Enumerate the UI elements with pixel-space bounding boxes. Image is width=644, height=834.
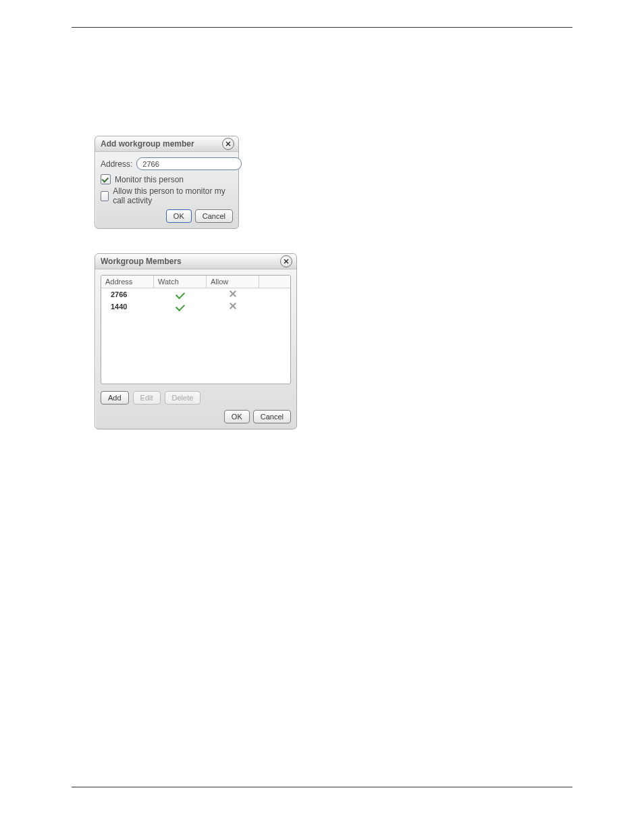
address-label: Address: [101, 159, 132, 169]
allow-checkbox[interactable] [101, 191, 109, 201]
dialog-titlebar[interactable]: Add workgroup member [95, 136, 238, 152]
close-icon[interactable] [222, 138, 234, 150]
add-workgroup-member-dialog: Add workgroup member Address: Monitor th… [95, 136, 239, 229]
members-listbox[interactable]: Address Watch Allow 27661440 [101, 275, 291, 384]
x-icon [230, 303, 236, 309]
add-button[interactable]: Add [101, 391, 129, 405]
column-spacer [259, 276, 290, 288]
dialog-titlebar[interactable]: Workgroup Members [95, 254, 296, 269]
x-icon [230, 290, 236, 297]
table-row[interactable]: 1440 [101, 301, 290, 313]
address-input[interactable] [136, 157, 242, 170]
column-address[interactable]: Address [101, 276, 154, 288]
close-icon[interactable] [280, 255, 292, 267]
cell-watch [154, 301, 207, 313]
table-row[interactable]: 2766 [101, 288, 290, 301]
check-icon [175, 290, 184, 299]
delete-button[interactable]: Delete [165, 391, 201, 405]
ok-button[interactable]: OK [166, 209, 192, 223]
cell-allow [207, 288, 259, 301]
dialog-title: Workgroup Members [101, 257, 280, 266]
workgroup-members-dialog: Workgroup Members Address Watch Allow 27… [95, 253, 297, 429]
cell-allow [207, 301, 259, 313]
cancel-button[interactable]: Cancel [195, 209, 233, 223]
edit-button[interactable]: Edit [133, 391, 161, 405]
column-allow[interactable]: Allow [207, 276, 259, 288]
ok-button[interactable]: OK [224, 410, 250, 423]
monitor-checkbox[interactable] [101, 174, 111, 184]
cell-address: 1440 [101, 301, 154, 313]
check-icon [175, 302, 184, 311]
monitor-label: Monitor this person [115, 175, 184, 184]
dialog-title: Add workgroup member [101, 139, 222, 149]
cancel-button[interactable]: Cancel [253, 410, 291, 423]
cell-address: 2766 [101, 288, 154, 301]
list-header: Address Watch Allow [101, 276, 290, 288]
cell-watch [154, 288, 207, 301]
column-watch[interactable]: Watch [154, 276, 207, 288]
allow-label: Allow this person to monitor my call act… [113, 186, 233, 205]
